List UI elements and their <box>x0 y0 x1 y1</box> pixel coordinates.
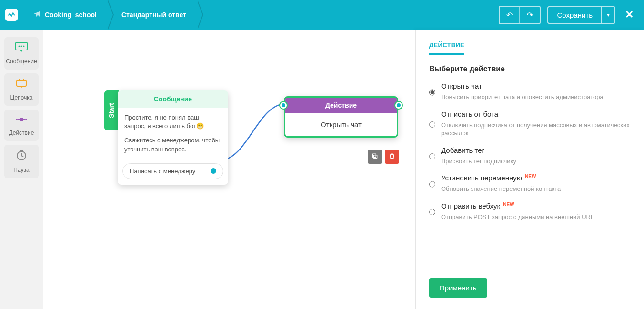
chain-icon <box>15 78 28 91</box>
action-desc: Отправить POST запрос с данными на внешн… <box>441 213 594 221</box>
undo-button[interactable]: ↶ <box>500 7 519 23</box>
svg-point-11 <box>25 119 27 120</box>
duplicate-button[interactable] <box>368 150 382 164</box>
svg-rect-10 <box>20 118 23 121</box>
save-dropdown-button[interactable]: ▾ <box>602 6 615 24</box>
new-badge: NEW <box>525 174 536 179</box>
action-node-header-label: Действие <box>325 101 357 109</box>
svg-marker-8 <box>20 86 22 88</box>
rail-message-label: Сообщение <box>6 58 37 65</box>
logo-icon <box>5 9 18 21</box>
connector-out-icon[interactable] <box>395 102 402 109</box>
action-title: Открыть чат <box>441 82 604 90</box>
svg-point-4 <box>23 46 25 47</box>
breadcrumb-bot[interactable]: Cooking_school <box>23 0 107 30</box>
action-radio-unsubscribe[interactable] <box>429 111 435 138</box>
action-node-body: Открыть чат <box>285 113 397 136</box>
message-text-2: Свяжитесь с менеджером, чтобы уточнить в… <box>124 136 221 153</box>
save-group: Сохранить ▾ <box>547 6 615 24</box>
action-node[interactable]: Действие Открыть чат <box>284 96 398 138</box>
tool-rail: Сообщение Цепочка Действие Пауза <box>0 30 43 309</box>
action-option-unsubscribe[interactable]: Отписать от ботаОтключить подписчика от … <box>429 110 631 138</box>
top-bar: Cooking_school Стандартный ответ ↶ ↷ Сох… <box>0 0 644 30</box>
rail-chain-label: Цепочка <box>10 94 33 101</box>
side-panel: ДЕЙСТВИЕ Выберите действие Открыть чатПо… <box>415 30 644 309</box>
svg-marker-1 <box>20 50 23 52</box>
svg-rect-5 <box>17 80 26 86</box>
action-option-set_var[interactable]: Установить переменнуюNEWОбновить значени… <box>429 174 631 193</box>
breadcrumb-page-label: Стандартный ответ <box>121 11 186 19</box>
message-text-1: Простите, я не понял ваш запрос, я всего… <box>124 113 221 130</box>
action-option-open_chat[interactable]: Открыть чатПовысить приоритет чата и опо… <box>429 82 631 101</box>
action-desc: Повысить приоритет чата и оповестить адм… <box>441 93 604 101</box>
svg-point-2 <box>19 46 20 47</box>
rail-message[interactable]: Сообщение <box>4 37 39 70</box>
connector-in-icon[interactable] <box>280 102 287 109</box>
breadcrumb-page[interactable]: Стандартный ответ <box>107 0 197 30</box>
connector-wire <box>219 101 291 163</box>
rail-chain[interactable]: Цепочка <box>4 73 39 106</box>
close-button[interactable]: ✕ <box>622 7 636 23</box>
action-title: Добавить тег <box>441 146 516 154</box>
message-icon <box>15 42 28 55</box>
svg-line-16 <box>21 156 23 157</box>
node-tools <box>368 150 399 164</box>
delete-button[interactable] <box>385 150 399 164</box>
action-option-add_tag[interactable]: Добавить тегПрисвоить тег подписчику <box>429 146 631 166</box>
rail-pause-label: Пауза <box>13 167 29 173</box>
action-option-webhook[interactable]: Отправить вебхукNEWОтправить POST запрос… <box>429 202 631 221</box>
breadcrumb-bot-label: Cooking_school <box>45 11 97 19</box>
action-radio-list: Открыть чатПовысить приоритет чата и опо… <box>429 82 631 221</box>
logo[interactable] <box>0 0 23 30</box>
rail-action-label: Действие <box>9 130 34 136</box>
start-label: Start <box>108 103 115 118</box>
svg-rect-18 <box>374 155 377 158</box>
telegram-icon <box>33 10 41 20</box>
message-node[interactable]: Сообщение Простите, я не понял ваш запро… <box>118 90 228 185</box>
connector-dot-icon[interactable] <box>211 168 216 174</box>
action-node-header: Действие <box>285 98 397 113</box>
panel-tab-action[interactable]: ДЕЙСТВИЕ <box>429 41 464 55</box>
copy-icon <box>372 153 378 161</box>
action-radio-webhook[interactable] <box>429 203 435 221</box>
history-group: ↶ ↷ <box>499 6 541 24</box>
action-radio-open_chat[interactable] <box>429 83 435 101</box>
apply-button[interactable]: Применить <box>429 278 487 298</box>
action-radio-set_var[interactable] <box>429 175 435 193</box>
rail-pause[interactable]: Пауза <box>4 145 39 178</box>
canvas[interactable]: Start Сообщение Простите, я не понял ваш… <box>43 30 415 309</box>
redo-button[interactable]: ↷ <box>519 7 540 23</box>
action-desc: Обновить значение переменной контакта <box>441 185 561 193</box>
message-quick-reply[interactable]: Написать с менеджеру <box>122 163 223 179</box>
action-title: Установить переменнуюNEW <box>441 174 561 182</box>
action-desc: Присвоить тег подписчику <box>441 157 516 166</box>
action-radio-add_tag[interactable] <box>429 148 435 166</box>
start-node[interactable]: Start <box>104 90 119 130</box>
message-node-header: Сообщение <box>118 90 228 108</box>
panel-heading: Выберите действие <box>429 65 631 73</box>
new-badge: NEW <box>503 202 514 207</box>
action-title: Отписать от бота <box>441 110 631 118</box>
rail-action[interactable]: Действие <box>4 110 39 141</box>
quick-reply-label: Написать с менеджеру <box>130 168 195 175</box>
top-actions: ↶ ↷ Сохранить ▾ ✕ <box>499 6 636 24</box>
trash-icon <box>389 153 395 161</box>
action-desc: Отключить подписчика от получения массов… <box>441 121 631 138</box>
action-icon <box>15 114 28 127</box>
svg-rect-19 <box>372 154 376 157</box>
svg-point-9 <box>16 119 18 120</box>
svg-point-3 <box>21 46 22 47</box>
pause-icon <box>16 150 27 164</box>
save-button[interactable]: Сохранить <box>547 6 602 24</box>
action-title: Отправить вебхукNEW <box>441 202 594 210</box>
